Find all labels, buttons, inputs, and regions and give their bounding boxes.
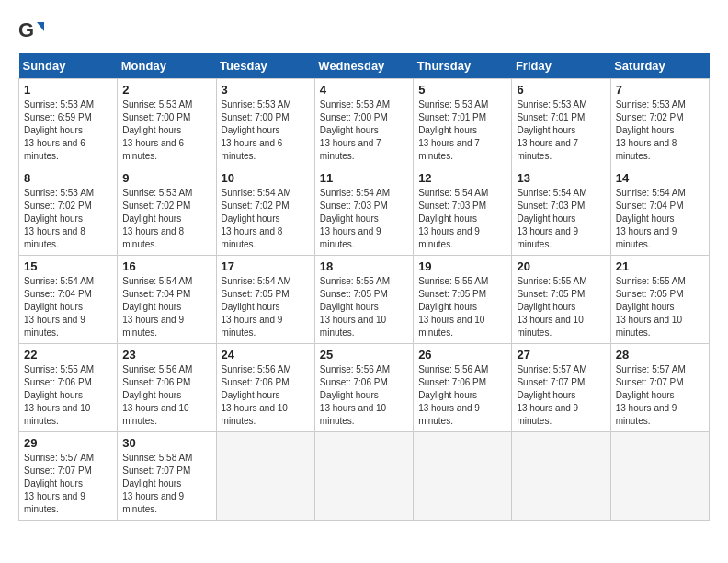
calendar-cell: 21 Sunrise: 5:55 AM Sunset: 7:05 PM Dayl…	[610, 256, 709, 344]
calendar-cell: 4 Sunrise: 5:53 AM Sunset: 7:00 PM Dayli…	[314, 79, 413, 167]
day-number: 9	[122, 171, 210, 185]
calendar-cell: 26 Sunrise: 5:56 AM Sunset: 7:06 PM Dayl…	[414, 344, 512, 432]
header-day-monday: Monday	[118, 53, 216, 79]
calendar-cell: 18 Sunrise: 5:55 AM Sunset: 7:05 PM Dayl…	[314, 256, 413, 344]
day-number: 6	[517, 83, 605, 97]
day-info: Sunrise: 5:56 AM Sunset: 7:06 PM Dayligh…	[122, 363, 210, 428]
day-info: Sunrise: 5:55 AM Sunset: 7:05 PM Dayligh…	[320, 275, 408, 339]
header-day-thursday: Thursday	[414, 53, 512, 79]
day-info: Sunrise: 5:54 AM Sunset: 7:03 PM Dayligh…	[320, 187, 408, 251]
calendar-cell: 10 Sunrise: 5:54 AM Sunset: 7:02 PM Dayl…	[216, 167, 314, 256]
day-info: Sunrise: 5:57 AM Sunset: 7:07 PM Dayligh…	[24, 452, 112, 516]
calendar-cell: 11 Sunrise: 5:54 AM Sunset: 7:03 PM Dayl…	[314, 167, 413, 256]
logo-icon: G	[18, 18, 44, 44]
day-number: 1	[24, 83, 112, 97]
day-number: 2	[122, 83, 210, 97]
day-info: Sunrise: 5:54 AM Sunset: 7:04 PM Dayligh…	[24, 275, 112, 339]
header-day-friday: Friday	[512, 53, 610, 79]
calendar-week-4: 22 Sunrise: 5:55 AM Sunset: 7:06 PM Dayl…	[19, 344, 710, 432]
calendar-cell: 13 Sunrise: 5:54 AM Sunset: 7:03 PM Dayl…	[512, 167, 610, 256]
calendar-cell: 30 Sunrise: 5:58 AM Sunset: 7:07 PM Dayl…	[118, 432, 216, 521]
day-number: 24	[222, 348, 310, 362]
day-info: Sunrise: 5:54 AM Sunset: 7:04 PM Dayligh…	[122, 275, 210, 339]
day-info: Sunrise: 5:56 AM Sunset: 7:06 PM Dayligh…	[418, 363, 506, 428]
day-number: 18	[320, 259, 408, 273]
day-info: Sunrise: 5:57 AM Sunset: 7:07 PM Dayligh…	[616, 363, 704, 428]
day-number: 28	[616, 348, 704, 362]
calendar-table: SundayMondayTuesdayWednesdayThursdayFrid…	[18, 53, 710, 521]
day-number: 16	[122, 259, 210, 273]
calendar-cell	[216, 432, 314, 521]
calendar-cell: 23 Sunrise: 5:56 AM Sunset: 7:06 PM Dayl…	[118, 344, 216, 432]
day-info: Sunrise: 5:56 AM Sunset: 7:06 PM Dayligh…	[222, 363, 310, 428]
day-number: 11	[320, 171, 408, 185]
day-info: Sunrise: 5:54 AM Sunset: 7:04 PM Dayligh…	[616, 187, 704, 251]
day-info: Sunrise: 5:55 AM Sunset: 7:05 PM Dayligh…	[616, 275, 704, 339]
calendar-cell: 15 Sunrise: 5:54 AM Sunset: 7:04 PM Dayl…	[19, 256, 118, 344]
day-number: 27	[517, 348, 605, 362]
day-info: Sunrise: 5:53 AM Sunset: 7:01 PM Dayligh…	[418, 98, 506, 163]
calendar-cell: 9 Sunrise: 5:53 AM Sunset: 7:02 PM Dayli…	[118, 167, 216, 256]
header: G	[18, 18, 710, 44]
calendar-cell: 2 Sunrise: 5:53 AM Sunset: 7:00 PM Dayli…	[118, 79, 216, 167]
day-info: Sunrise: 5:53 AM Sunset: 7:02 PM Dayligh…	[24, 187, 112, 251]
day-number: 17	[222, 259, 310, 273]
calendar-cell	[610, 432, 709, 521]
calendar-cell: 22 Sunrise: 5:55 AM Sunset: 7:06 PM Dayl…	[19, 344, 118, 432]
day-info: Sunrise: 5:55 AM Sunset: 7:05 PM Dayligh…	[418, 275, 506, 339]
day-info: Sunrise: 5:53 AM Sunset: 7:00 PM Dayligh…	[122, 98, 210, 163]
day-info: Sunrise: 5:56 AM Sunset: 7:06 PM Dayligh…	[320, 363, 408, 428]
day-number: 5	[418, 83, 506, 97]
header-day-saturday: Saturday	[610, 53, 709, 79]
day-number: 10	[222, 171, 310, 185]
calendar-cell: 6 Sunrise: 5:53 AM Sunset: 7:01 PM Dayli…	[512, 79, 610, 167]
header-day-tuesday: Tuesday	[216, 53, 314, 79]
calendar-header-row: SundayMondayTuesdayWednesdayThursdayFrid…	[19, 53, 710, 79]
day-number: 13	[517, 171, 605, 185]
day-number: 29	[24, 436, 112, 450]
day-info: Sunrise: 5:53 AM Sunset: 7:02 PM Dayligh…	[122, 187, 210, 251]
header-day-wednesday: Wednesday	[314, 53, 413, 79]
day-info: Sunrise: 5:54 AM Sunset: 7:03 PM Dayligh…	[418, 187, 506, 251]
calendar-cell: 24 Sunrise: 5:56 AM Sunset: 7:06 PM Dayl…	[216, 344, 314, 432]
calendar-cell: 14 Sunrise: 5:54 AM Sunset: 7:04 PM Dayl…	[610, 167, 709, 256]
day-number: 7	[616, 83, 704, 97]
day-number: 8	[24, 171, 112, 185]
day-number: 22	[24, 348, 112, 362]
calendar-week-2: 8 Sunrise: 5:53 AM Sunset: 7:02 PM Dayli…	[19, 167, 710, 256]
calendar-cell: 25 Sunrise: 5:56 AM Sunset: 7:06 PM Dayl…	[314, 344, 413, 432]
calendar-cell	[414, 432, 512, 521]
day-number: 26	[418, 348, 506, 362]
day-info: Sunrise: 5:53 AM Sunset: 7:00 PM Dayligh…	[320, 98, 408, 163]
calendar-cell: 28 Sunrise: 5:57 AM Sunset: 7:07 PM Dayl…	[610, 344, 709, 432]
day-info: Sunrise: 5:53 AM Sunset: 7:02 PM Dayligh…	[616, 98, 704, 163]
day-number: 19	[418, 259, 506, 273]
svg-marker-1	[37, 22, 44, 31]
calendar-cell: 5 Sunrise: 5:53 AM Sunset: 7:01 PM Dayli…	[414, 79, 512, 167]
day-number: 23	[122, 348, 210, 362]
calendar-cell: 17 Sunrise: 5:54 AM Sunset: 7:05 PM Dayl…	[216, 256, 314, 344]
svg-text:G: G	[18, 18, 34, 41]
calendar-cell: 20 Sunrise: 5:55 AM Sunset: 7:05 PM Dayl…	[512, 256, 610, 344]
day-number: 20	[517, 259, 605, 273]
calendar-cell: 16 Sunrise: 5:54 AM Sunset: 7:04 PM Dayl…	[118, 256, 216, 344]
calendar-cell: 7 Sunrise: 5:53 AM Sunset: 7:02 PM Dayli…	[610, 79, 709, 167]
calendar-cell	[512, 432, 610, 521]
day-info: Sunrise: 5:55 AM Sunset: 7:06 PM Dayligh…	[24, 363, 112, 428]
calendar-week-5: 29 Sunrise: 5:57 AM Sunset: 7:07 PM Dayl…	[19, 432, 710, 521]
day-info: Sunrise: 5:54 AM Sunset: 7:03 PM Dayligh…	[517, 187, 605, 251]
day-number: 12	[418, 171, 506, 185]
day-info: Sunrise: 5:54 AM Sunset: 7:05 PM Dayligh…	[222, 275, 310, 339]
day-info: Sunrise: 5:55 AM Sunset: 7:05 PM Dayligh…	[517, 275, 605, 339]
calendar-cell: 29 Sunrise: 5:57 AM Sunset: 7:07 PM Dayl…	[19, 432, 118, 521]
calendar-cell: 12 Sunrise: 5:54 AM Sunset: 7:03 PM Dayl…	[414, 167, 512, 256]
calendar-cell: 8 Sunrise: 5:53 AM Sunset: 7:02 PM Dayli…	[19, 167, 118, 256]
day-number: 30	[122, 436, 210, 450]
day-info: Sunrise: 5:53 AM Sunset: 7:01 PM Dayligh…	[517, 98, 605, 163]
calendar-cell	[314, 432, 413, 521]
day-info: Sunrise: 5:54 AM Sunset: 7:02 PM Dayligh…	[222, 187, 310, 251]
logo: G	[18, 18, 48, 44]
day-number: 25	[320, 348, 408, 362]
calendar-cell: 1 Sunrise: 5:53 AM Sunset: 6:59 PM Dayli…	[19, 79, 118, 167]
calendar-cell: 3 Sunrise: 5:53 AM Sunset: 7:00 PM Dayli…	[216, 79, 314, 167]
